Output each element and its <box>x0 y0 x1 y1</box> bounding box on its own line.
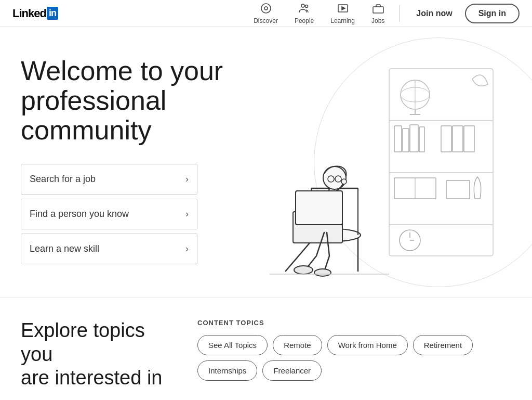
svg-point-37 <box>341 179 347 184</box>
svg-point-1 <box>264 7 268 10</box>
svg-rect-16 <box>394 126 402 152</box>
topics-title-line2: are interested in <box>21 367 163 389</box>
action-list: Search for a job › Find a person you kno… <box>21 164 197 268</box>
hero-title-line2: professional community <box>21 85 166 145</box>
topics-section: Explore topics you are interested in CON… <box>0 298 532 400</box>
logo[interactable]: Linkedin <box>12 7 58 20</box>
nav: Discover People Learning Jobs Join now S… <box>247 0 520 27</box>
hero-illustration <box>231 27 532 298</box>
svg-rect-39 <box>296 191 342 225</box>
svg-marker-5 <box>342 7 345 10</box>
chevron-icon-find-person: › <box>185 209 189 220</box>
svg-rect-7 <box>389 69 493 256</box>
pill-freelancer[interactable]: Freelancer <box>262 360 322 381</box>
svg-point-3 <box>305 5 308 8</box>
nav-label-people: People <box>295 17 314 24</box>
join-now-button[interactable]: Join now <box>408 5 460 22</box>
hero-svg <box>244 37 503 287</box>
svg-point-0 <box>261 4 271 13</box>
pill-remote[interactable]: Remote <box>273 335 322 355</box>
action-find-person-label: Find a person you know <box>30 209 129 220</box>
hero-title-line1: Welcome to your <box>21 56 223 86</box>
svg-point-42 <box>314 269 331 276</box>
topics-left: Explore topics you are interested in <box>21 319 166 390</box>
hero-section: Welcome to your professional community S… <box>0 27 532 298</box>
nav-label-discover: Discover <box>254 17 278 24</box>
nav-divider <box>399 5 400 22</box>
svg-rect-20 <box>441 126 451 152</box>
action-search-job[interactable]: Search for a job › <box>21 164 197 195</box>
people-icon <box>298 2 311 16</box>
sign-in-button[interactable]: Sign in <box>465 4 520 23</box>
svg-rect-6 <box>373 7 383 13</box>
topics-right: CONTENT TOPICS See All Topics Remote Wor… <box>197 319 511 381</box>
nav-item-jobs[interactable]: Jobs <box>365 0 391 27</box>
pill-work-from-home[interactable]: Work from Home <box>327 335 408 355</box>
action-find-person[interactable]: Find a person you know › <box>21 199 197 229</box>
svg-rect-25 <box>446 180 470 199</box>
svg-rect-22 <box>464 126 474 152</box>
svg-rect-19 <box>419 127 424 152</box>
action-learn-skill[interactable]: Learn a new skill › <box>21 234 197 264</box>
svg-rect-17 <box>403 128 409 152</box>
svg-rect-18 <box>410 125 418 152</box>
nav-label-jobs: Jobs <box>371 17 384 24</box>
svg-point-2 <box>301 4 304 7</box>
nav-item-learning[interactable]: Learning <box>324 0 361 27</box>
chevron-icon-learn-skill: › <box>185 243 189 254</box>
svg-point-41 <box>294 266 313 274</box>
pill-see-all-topics[interactable]: See All Topics <box>197 335 268 355</box>
logo-text: Linked <box>12 7 46 20</box>
pill-retirement[interactable]: Retirement <box>413 335 473 355</box>
nav-label-learning: Learning <box>330 17 355 24</box>
hero-content: Welcome to your professional community S… <box>21 56 239 269</box>
header: Linkedin Discover People Learning <box>0 0 532 27</box>
discover-icon <box>260 2 272 16</box>
action-learn-skill-label: Learn a new skill <box>30 243 99 254</box>
jobs-icon <box>372 2 384 16</box>
topics-pills: See All Topics Remote Work from Home Ret… <box>197 335 511 381</box>
nav-item-discover[interactable]: Discover <box>247 0 284 27</box>
learning-icon <box>337 2 349 16</box>
topics-label: CONTENT TOPICS <box>197 319 511 327</box>
logo-box: in <box>47 7 58 20</box>
header-actions: Join now Sign in <box>408 4 520 23</box>
chevron-icon-search-job: › <box>185 174 189 185</box>
topics-title-line1: Explore topics you <box>21 319 145 365</box>
svg-rect-21 <box>453 126 463 152</box>
topics-title: Explore topics you are interested in <box>21 319 166 390</box>
pill-internships[interactable]: Internships <box>197 360 257 381</box>
action-search-job-label: Search for a job <box>30 174 96 185</box>
nav-item-people[interactable]: People <box>288 0 320 27</box>
hero-title: Welcome to your professional community <box>21 56 239 146</box>
